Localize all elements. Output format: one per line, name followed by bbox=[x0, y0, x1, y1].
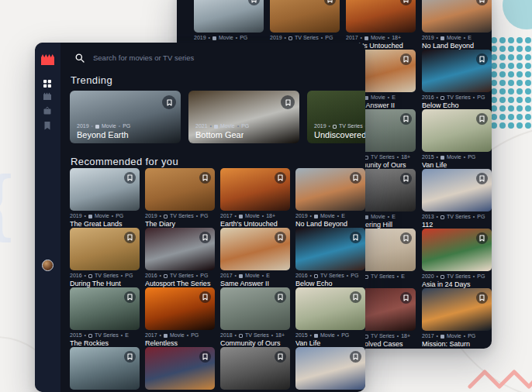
bookmark-button[interactable] bbox=[476, 0, 488, 5]
media-card[interactable]: 2021 • Movie • PG bbox=[70, 347, 140, 392]
media-rating: PG bbox=[200, 213, 208, 219]
bookmark-button[interactable] bbox=[124, 172, 136, 184]
bookmark-button[interactable] bbox=[199, 172, 211, 184]
media-card[interactable]: 2019 • Movie • PG Beyond Earth bbox=[70, 91, 181, 143]
bookmark-button[interactable] bbox=[350, 232, 361, 243]
bookmark-button[interactable] bbox=[476, 232, 488, 244]
media-card[interactable]: 2015 • Movie • PG Van Life bbox=[295, 287, 365, 347]
search-input[interactable] bbox=[92, 53, 288, 63]
nav-bookmarks-icon[interactable] bbox=[43, 122, 51, 130]
media-card[interactable]: 2017 • Movie • E Same Answer II bbox=[220, 228, 290, 287]
bookmark-button[interactable] bbox=[324, 0, 336, 5]
bookmark-button[interactable] bbox=[199, 232, 211, 243]
bookmark-button[interactable] bbox=[400, 173, 412, 184]
media-meta: 2016 • TV Series • PG bbox=[70, 273, 140, 279]
bookmark-button[interactable] bbox=[350, 351, 361, 363]
media-thumbnail bbox=[220, 287, 290, 330]
media-meta: 2018 • TV Series • 18+ bbox=[220, 332, 290, 339]
bookmark-button[interactable] bbox=[400, 232, 412, 244]
search-icon bbox=[75, 53, 85, 63]
dot bbox=[491, 37, 497, 43]
media-card[interactable]: 2015 • TV Series • E The Rockies bbox=[70, 287, 140, 347]
media-card[interactable]: 2019 • TV Series • E Undiscovered Cities bbox=[307, 91, 365, 143]
media-card[interactable]: 2016 • TV Series • PG Below Echo bbox=[422, 50, 492, 109]
dot bbox=[508, 105, 514, 112]
user-avatar[interactable] bbox=[42, 260, 54, 271]
bookmark-button[interactable] bbox=[281, 95, 295, 109]
bookmark-button[interactable] bbox=[275, 172, 286, 184]
bookmark-button[interactable] bbox=[350, 172, 361, 184]
media-card[interactable]: 2013 • TV Series • PG 112 bbox=[422, 169, 492, 229]
media-thumbnail bbox=[422, 229, 492, 271]
media-rating: E bbox=[392, 95, 396, 101]
media-thumbnail bbox=[295, 228, 365, 270]
media-year: 2019 bbox=[145, 213, 157, 219]
meta-separator: • bbox=[473, 95, 475, 101]
nav-home-icon[interactable] bbox=[43, 80, 51, 88]
media-year: 2019 bbox=[77, 123, 89, 129]
bookmark-button[interactable] bbox=[476, 53, 488, 65]
media-card[interactable]: 2020 • TV Series • PG Asia in 24 Days bbox=[422, 229, 492, 288]
bookmark-button[interactable] bbox=[162, 95, 176, 109]
media-card[interactable]: 2019 • TV Series • PG The Diary bbox=[145, 168, 215, 228]
meta-separator: • bbox=[119, 123, 120, 129]
media-card[interactable]: 2019 • Movie • E No Land Beyond bbox=[422, 0, 492, 50]
bookmark-button[interactable] bbox=[124, 351, 136, 363]
meta-separator: • bbox=[160, 332, 161, 339]
bookmark-button[interactable] bbox=[400, 0, 412, 5]
bookmark-button[interactable] bbox=[275, 351, 286, 363]
nav-movies-icon[interactable] bbox=[43, 92, 51, 100]
meta-separator: • bbox=[437, 273, 438, 280]
bookmark-button[interactable] bbox=[476, 113, 488, 125]
media-card[interactable]: 2015 • Movie • PG Van Life bbox=[422, 109, 492, 169]
bookmark-button[interactable] bbox=[275, 291, 286, 303]
bookmark-button[interactable] bbox=[400, 53, 412, 65]
bookmark-button[interactable] bbox=[275, 232, 286, 243]
media-year: 2017 bbox=[422, 333, 434, 339]
nav-tv-series-icon[interactable] bbox=[43, 107, 51, 115]
bookmark-button[interactable] bbox=[476, 292, 488, 304]
meta-separator: • bbox=[121, 273, 123, 279]
media-card[interactable]: 2017 • Movie • PG Relentless bbox=[145, 287, 215, 347]
bookmark-button[interactable] bbox=[248, 0, 260, 5]
dot bbox=[516, 37, 523, 43]
media-card[interactable]: 2016 • TV Series • PG Autosport The Seri… bbox=[145, 228, 215, 287]
media-category: TV Series bbox=[447, 95, 471, 101]
bookmark-button[interactable] bbox=[400, 113, 412, 125]
bookmark-button[interactable] bbox=[199, 291, 211, 303]
media-category: TV Series bbox=[320, 273, 344, 279]
dot bbox=[525, 97, 531, 103]
bookmark-icon bbox=[479, 0, 485, 3]
sidebar bbox=[35, 43, 60, 392]
media-card[interactable]: 2018 • TV Series • 18+ Community of Ours bbox=[220, 287, 290, 347]
media-card[interactable]: 2017 • Movie • E bbox=[220, 347, 290, 392]
bookmark-button[interactable] bbox=[199, 351, 211, 363]
media-card[interactable]: 2017 • Movie • 18+ Earth's Untouched bbox=[220, 168, 290, 228]
bookmark-button[interactable] bbox=[124, 232, 136, 243]
bookmark-button[interactable] bbox=[476, 173, 488, 184]
app-logo-icon[interactable] bbox=[41, 54, 54, 65]
movie-category-icon bbox=[239, 274, 243, 278]
meta-separator: • bbox=[337, 213, 339, 219]
media-card[interactable]: 2016 • TV Series • PG Below Echo bbox=[295, 228, 365, 287]
bookmark-button[interactable] bbox=[400, 292, 412, 304]
bookmark-button[interactable] bbox=[350, 291, 361, 303]
bookmark-button[interactable] bbox=[124, 291, 136, 303]
tv-category-icon bbox=[88, 334, 92, 338]
media-card[interactable]: 2017 • Movie • PG Mission: Saturn bbox=[422, 288, 492, 348]
media-card[interactable]: 2013 • TV Series • PG bbox=[295, 347, 365, 392]
dot bbox=[499, 122, 506, 129]
media-card[interactable]: 2021 • Movie • PG Bottom Gear bbox=[188, 91, 299, 143]
bookmark-icon bbox=[479, 56, 485, 63]
media-card[interactable]: 2017 • Movie • 18+ bbox=[145, 347, 215, 392]
media-card[interactable]: 2019 • Movie • E No Land Beyond bbox=[295, 168, 365, 228]
media-category: TV Series bbox=[371, 333, 395, 339]
media-year: 2015 bbox=[70, 332, 82, 339]
media-card[interactable]: 2019 • Movie • PG The Great Lands bbox=[70, 168, 140, 228]
dot bbox=[516, 105, 523, 112]
media-category: Movie bbox=[371, 35, 385, 41]
media-card[interactable]: 2016 • TV Series • PG During The Hunt bbox=[70, 228, 140, 287]
media-meta: 2013 • TV Series • PG bbox=[422, 214, 492, 220]
meta-separator: • bbox=[397, 273, 399, 280]
search-bar bbox=[75, 53, 288, 63]
